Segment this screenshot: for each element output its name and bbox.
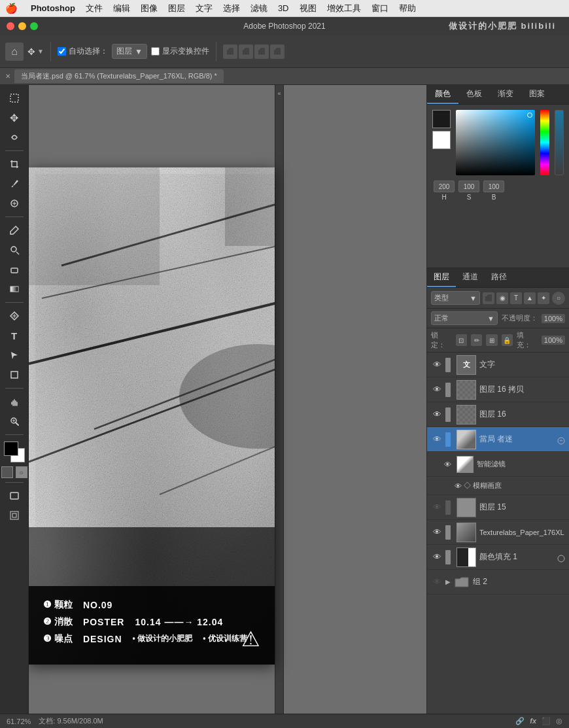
- lock-position-btn[interactable]: ✏: [471, 334, 482, 346]
- transform-controls-area[interactable]: 显示变换控件: [151, 46, 209, 57]
- panel-collapse-btn[interactable]: «: [275, 85, 284, 728]
- filter-smart-icon[interactable]: ✦: [538, 292, 549, 304]
- filter-toggle[interactable]: ○: [552, 292, 565, 305]
- heal-tool[interactable]: [4, 194, 25, 213]
- layer-eye-dangjuzemi[interactable]: 👁: [431, 434, 443, 445]
- gradient-tool[interactable]: [4, 280, 25, 298]
- tab-swatches[interactable]: 色板: [458, 85, 490, 104]
- hue-value[interactable]: 200: [434, 181, 455, 192]
- zoom-tool[interactable]: [4, 412, 25, 430]
- layer-item-dangjuzemi[interactable]: 👁 當局 者迷: [427, 427, 569, 452]
- menu-plugins[interactable]: 增效工具: [322, 3, 366, 14]
- lock-pixels-btn[interactable]: ⊡: [456, 334, 467, 346]
- clone-tool[interactable]: [4, 241, 25, 259]
- layer-item-group2[interactable]: 👁 ▶ 组 2: [427, 570, 569, 595]
- link-icon[interactable]: 🔗: [515, 717, 525, 725]
- crop-tool[interactable]: [4, 155, 25, 173]
- filter-text-icon[interactable]: T: [510, 292, 522, 304]
- background-swatch[interactable]: [432, 131, 451, 149]
- lock-all-btn[interactable]: 🔒: [502, 334, 513, 346]
- layer-eye-16copy[interactable]: 👁: [431, 384, 443, 396]
- alpha-slider[interactable]: [555, 110, 564, 175]
- menu-photoshop[interactable]: Photoshop: [26, 3, 80, 13]
- menu-edit[interactable]: 编辑: [108, 3, 135, 14]
- align-btn-1[interactable]: ⬛: [223, 44, 237, 59]
- opacity-value[interactable]: 100%: [542, 314, 565, 323]
- transform-checkbox[interactable]: [151, 47, 160, 56]
- home-button[interactable]: ⌂: [5, 43, 24, 61]
- quick-mask-mode[interactable]: ○: [16, 466, 27, 478]
- layer-eye-texturelabs[interactable]: 👁: [431, 527, 443, 538]
- tab-close-icon[interactable]: ✕: [5, 73, 10, 80]
- lock-artboard-btn[interactable]: ⊞: [486, 334, 497, 346]
- screen-mode[interactable]: [4, 487, 25, 505]
- sat-value[interactable]: 100: [458, 181, 479, 192]
- brush-tool[interactable]: [4, 221, 25, 239]
- menu-image[interactable]: 图像: [135, 3, 163, 14]
- layer-item-fill[interactable]: 👁 颜色填充 1: [427, 545, 569, 570]
- standard-mode[interactable]: [1, 466, 13, 478]
- menu-layer[interactable]: 图层: [163, 3, 190, 14]
- blend-mode-dropdown[interactable]: 正常 ▼: [431, 311, 498, 325]
- layer-eye-group2[interactable]: 👁: [431, 576, 443, 588]
- layer-eye-fill[interactable]: 👁: [431, 551, 443, 563]
- align-btn-4[interactable]: ⬛: [270, 44, 284, 59]
- move-tool[interactable]: ✥: [4, 109, 25, 127]
- apple-menu[interactable]: 🍎: [5, 3, 18, 14]
- adjustment-icon[interactable]: ◎: [556, 717, 562, 725]
- menu-text[interactable]: 文字: [190, 3, 218, 14]
- layer-item-wenzi[interactable]: 👁 文 文字: [427, 353, 569, 377]
- pen-tool[interactable]: [4, 307, 25, 325]
- layer-eye-16[interactable]: 👁: [431, 409, 443, 421]
- tab-pattern[interactable]: 图案: [521, 85, 553, 104]
- layer-eye-blur[interactable]: 👁: [452, 480, 464, 492]
- eraser-tool[interactable]: [4, 260, 25, 279]
- tab-layers[interactable]: 图层: [427, 268, 456, 287]
- mask-icon[interactable]: ⬛: [542, 717, 551, 725]
- layer-item-blur[interactable]: 👁 ◇ 模糊画庶: [427, 477, 569, 495]
- menu-view[interactable]: 视图: [294, 3, 322, 14]
- layer-eye-smart-filter[interactable]: 👁: [441, 459, 453, 470]
- tab-gradient[interactable]: 渐变: [490, 85, 521, 104]
- layer-item-texturelabs[interactable]: 👁 Texturelabs_Paper_176XL: [427, 520, 569, 545]
- move-tool-area[interactable]: ✥ ▼: [27, 46, 44, 57]
- canvas-area[interactable]: «: [29, 85, 426, 728]
- layer-item-16[interactable]: 👁 图层 16: [427, 402, 569, 427]
- hand-tool[interactable]: [4, 392, 25, 411]
- shape-tool[interactable]: [4, 366, 25, 384]
- selection-tool[interactable]: [4, 89, 25, 107]
- auto-select-area[interactable]: 自动选择：: [58, 46, 108, 57]
- auto-select-checkbox[interactable]: [58, 47, 66, 56]
- tab-color[interactable]: 颜色: [427, 85, 458, 104]
- text-tool[interactable]: T: [4, 326, 25, 345]
- tab-channels[interactable]: 通道: [456, 268, 485, 287]
- menu-help[interactable]: 帮助: [394, 3, 421, 14]
- filter-shape-icon[interactable]: ▲: [524, 292, 536, 304]
- layer-eye-wenzi[interactable]: 👁: [431, 359, 443, 371]
- align-btn-2[interactable]: ⬛: [239, 44, 253, 59]
- eyedropper-tool[interactable]: [4, 175, 25, 193]
- tab-paths[interactable]: 路径: [485, 268, 513, 287]
- lasso-tool[interactable]: [4, 128, 25, 147]
- minimize-button[interactable]: [18, 22, 26, 30]
- menu-window[interactable]: 窗口: [366, 3, 394, 14]
- bright-value[interactable]: 100: [483, 181, 504, 192]
- menu-select[interactable]: 选择: [218, 3, 245, 14]
- layer-item-15[interactable]: 👁 图层 15: [427, 495, 569, 520]
- layer-eye-15[interactable]: 👁: [431, 502, 443, 513]
- document-tab[interactable]: 当局者迷.psd @ 61.7% (Texturelabs_Paper_176X…: [14, 69, 224, 83]
- close-button[interactable]: [7, 22, 14, 30]
- menu-filter[interactable]: 滤镜: [245, 3, 273, 14]
- hue-slider[interactable]: [540, 110, 549, 175]
- foreground-color[interactable]: [4, 442, 18, 456]
- group-expand-icon[interactable]: ▶: [445, 578, 451, 585]
- artboard-tool[interactable]: [4, 506, 25, 525]
- color-box[interactable]: [4, 442, 25, 462]
- layer-item-16copy[interactable]: 👁 图层 16 拷贝: [427, 377, 569, 402]
- filter-adjust-icon[interactable]: ◉: [496, 292, 508, 304]
- layer-dropdown[interactable]: 图层 ▼: [112, 44, 147, 59]
- color-field[interactable]: [456, 110, 535, 175]
- filter-pixel-icon[interactable]: ⬛: [483, 292, 494, 304]
- filter-type-dropdown[interactable]: 类型 ▼: [431, 291, 480, 305]
- foreground-swatch[interactable]: [432, 110, 451, 128]
